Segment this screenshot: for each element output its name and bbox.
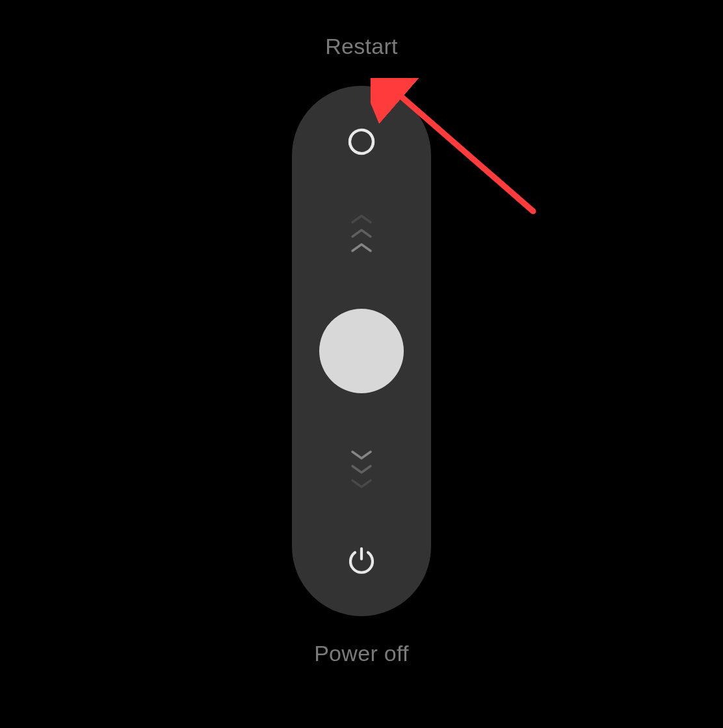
- chevron-up-icon: [350, 242, 373, 254]
- chevrons-down: [350, 449, 373, 489]
- restart-icon[interactable]: [346, 126, 377, 157]
- slide-track[interactable]: [292, 86, 431, 616]
- chevron-down-icon: [350, 449, 373, 461]
- chevron-up-icon: [350, 213, 373, 225]
- power-icon[interactable]: [346, 545, 377, 576]
- chevrons-up: [350, 213, 373, 254]
- slider-handle[interactable]: [319, 309, 404, 393]
- restart-label: Restart: [325, 34, 398, 59]
- power-off-label: Power off: [314, 641, 409, 666]
- chevron-up-icon: [350, 228, 373, 239]
- chevron-down-icon: [350, 478, 373, 489]
- chevron-down-icon: [350, 463, 373, 475]
